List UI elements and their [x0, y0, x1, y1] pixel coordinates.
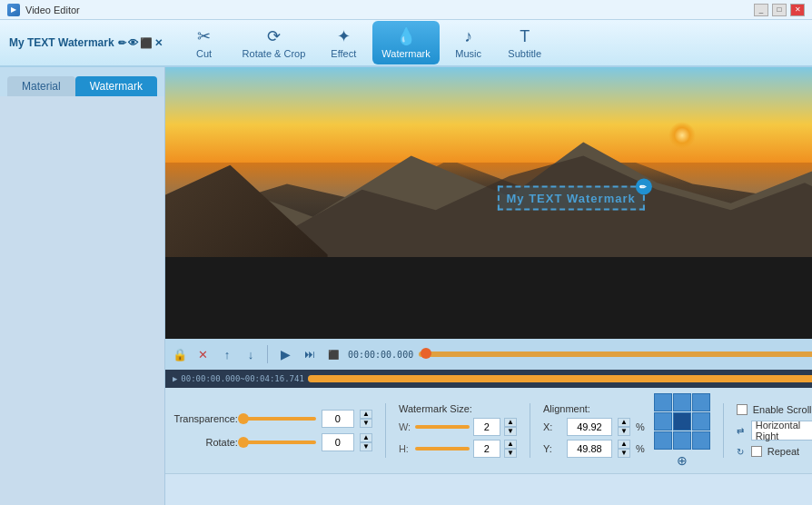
- close-project-icon[interactable]: ✕: [154, 37, 163, 49]
- railing: [450, 284, 693, 317]
- align-grid: [654, 393, 710, 450]
- repeat-icon: ↻: [737, 447, 744, 457]
- subtitle-icon: T: [520, 27, 530, 46]
- play-button[interactable]: ▶: [277, 345, 295, 363]
- align-y-unit: %: [636, 443, 645, 454]
- tab-music[interactable]: ♪ Music: [441, 21, 496, 64]
- timeline-start: ▶: [173, 374, 177, 383]
- align-cell-7[interactable]: [673, 431, 691, 450]
- align-grid-container: ⊕: [654, 393, 710, 468]
- foreground: [165, 262, 812, 339]
- eye-icon[interactable]: 👁: [128, 37, 138, 49]
- repeat-checkbox[interactable]: [751, 446, 762, 457]
- timeline-full-track[interactable]: [308, 375, 812, 382]
- scroll-direction-dropdown[interactable]: Horizontal Right ▼: [751, 421, 812, 441]
- align-y-down[interactable]: ▼: [618, 449, 630, 458]
- enable-scrolling-checkbox[interactable]: [737, 404, 748, 415]
- cut-icon: ✂: [197, 26, 211, 46]
- move-up-button[interactable]: ↑: [216, 343, 238, 365]
- align-y-input[interactable]: [567, 440, 612, 458]
- align-x-down[interactable]: ▼: [618, 427, 630, 436]
- wm-w-slider[interactable]: [415, 425, 470, 429]
- wm-height-row: H: ▲ ▼: [399, 440, 517, 458]
- transparence-thumb[interactable]: [238, 413, 249, 424]
- wm-h-slider[interactable]: [415, 447, 470, 451]
- rotate-thumb[interactable]: [238, 437, 249, 448]
- separator: [267, 345, 268, 363]
- align-y-label: Y:: [543, 443, 561, 454]
- tab-bar: My TEXT Watermark ✏ 👁 ⬛ ✕ ✂ Cut ⟳ Rotate…: [0, 20, 812, 67]
- tab-subtitle[interactable]: T Subtitle: [498, 21, 552, 64]
- wm-h-input[interactable]: [473, 440, 500, 458]
- delete-button[interactable]: ✕: [193, 343, 214, 365]
- wm-h-label: H:: [399, 443, 411, 454]
- align-cell-4[interactable]: [673, 412, 691, 431]
- rotate-label: Rotate:: [173, 437, 238, 448]
- align-x-spinners: ▲ ▼: [618, 418, 630, 436]
- wm-width-row: W: ▲ ▼: [399, 418, 517, 436]
- align-y-spinners: ▲ ▼: [618, 440, 630, 458]
- minimize-button[interactable]: _: [754, 4, 768, 16]
- transparence-input[interactable]: [322, 410, 354, 428]
- wm-w-label: W:: [399, 421, 411, 432]
- rotate-input[interactable]: [322, 433, 354, 451]
- progress-track[interactable]: [419, 352, 812, 357]
- transparence-down[interactable]: ▼: [360, 419, 372, 428]
- align-x-up[interactable]: ▲: [618, 418, 630, 427]
- transparence-slider[interactable]: [243, 417, 316, 421]
- main-layout: Material Watermark: [0, 67, 812, 505]
- repeat-label: Repeat: [767, 446, 799, 457]
- watermark-overlay[interactable]: My TEXT Watermark ✏: [497, 185, 644, 210]
- rotate-slider[interactable]: [243, 441, 316, 444]
- tab-watermark[interactable]: 💧 Watermark: [372, 21, 439, 64]
- timeline-orange-range: [308, 375, 812, 382]
- wm-w-spinners: ▲ ▼: [504, 418, 517, 436]
- tab-effect[interactable]: ✦ Effect: [316, 21, 371, 64]
- left-panel-content: [0, 96, 164, 505]
- align-cell-5[interactable]: [692, 412, 710, 431]
- align-cell-6[interactable]: [654, 431, 672, 450]
- wm-h-up[interactable]: ▲: [504, 440, 517, 449]
- align-cell-1[interactable]: [673, 393, 691, 411]
- divider-3: [723, 403, 724, 458]
- tab-rotate[interactable]: ⟳ Rotate & Crop: [233, 21, 315, 64]
- align-cell-8[interactable]: [692, 431, 710, 450]
- align-cell-3[interactable]: [654, 412, 672, 431]
- align-x-row: X: ▲ ▼ %: [543, 418, 645, 436]
- align-cell-2[interactable]: [692, 393, 710, 411]
- app-title: Video Editor: [25, 5, 80, 15]
- transparence-up[interactable]: ▲: [360, 410, 372, 419]
- left-panel: Material Watermark: [0, 67, 165, 505]
- rotate-down[interactable]: ▼: [360, 442, 372, 451]
- tab-material[interactable]: Material: [7, 76, 75, 96]
- stop-button[interactable]: ⬛: [324, 345, 342, 363]
- tab-cut[interactable]: ✂ Cut: [177, 21, 232, 64]
- align-cell-0[interactable]: [654, 393, 672, 411]
- wm-h-down[interactable]: ▼: [504, 449, 517, 458]
- rotate-up[interactable]: ▲: [360, 433, 372, 442]
- window-controls[interactable]: _ □ ✕: [754, 4, 805, 16]
- align-x-input[interactable]: [567, 418, 612, 436]
- scroll-direction-icon[interactable]: ⇄: [737, 426, 744, 436]
- project-name: My TEXT Watermark ✏ 👁 ⬛ ✕: [4, 36, 168, 49]
- move-down-button[interactable]: ↓: [240, 343, 262, 365]
- transparence-label: Transparence:: [173, 413, 238, 424]
- align-y-up[interactable]: ▲: [618, 440, 630, 449]
- edit-project-icon[interactable]: ✏: [118, 37, 126, 49]
- save-icon[interactable]: ⬛: [140, 37, 153, 49]
- tab-watermark-panel[interactable]: Watermark: [75, 76, 157, 96]
- maximize-button[interactable]: □: [772, 4, 787, 16]
- timeline-range: 00:00:00.000~00:04:16.741: [181, 374, 303, 383]
- reposition-icon[interactable]: ⊕: [677, 453, 688, 468]
- align-x-label: X:: [543, 421, 561, 432]
- next-frame-button[interactable]: ⏭: [301, 345, 319, 363]
- lock-button[interactable]: 🔒: [169, 343, 191, 365]
- wm-w-down[interactable]: ▼: [504, 427, 517, 436]
- wm-w-input[interactable]: [473, 418, 500, 436]
- wm-w-up[interactable]: ▲: [504, 418, 517, 427]
- action-row: OK Cancel: [165, 473, 812, 505]
- wm-h-spinners: ▲ ▼: [504, 440, 517, 458]
- progress-thumb[interactable]: [421, 348, 431, 359]
- transparence-row: Transparence: ▲ ▼: [173, 410, 372, 428]
- close-button[interactable]: ✕: [790, 4, 805, 16]
